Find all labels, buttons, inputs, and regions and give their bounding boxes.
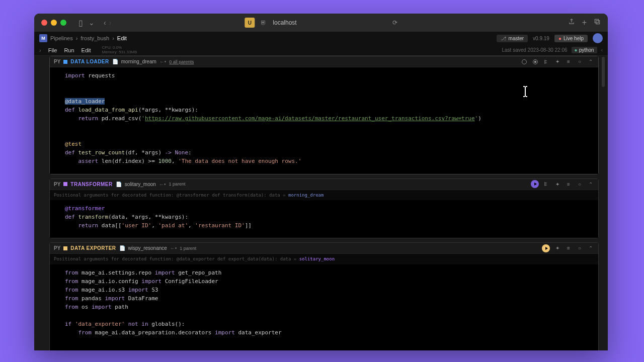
- sidebar-icon: ▯: [75, 19, 86, 27]
- avatar[interactable]: [593, 33, 603, 43]
- svg-point-2: [522, 59, 527, 64]
- privacy-icon[interactable]: ⛨: [260, 19, 268, 27]
- block-header: PY TRANSFORMER 📄 solitary_moon ←• 1 pare…: [50, 179, 598, 190]
- branch-pill[interactable]: ⎇master: [497, 35, 528, 42]
- tree-icon[interactable]: [543, 58, 550, 65]
- app-logo[interactable]: M: [39, 34, 47, 42]
- url-text[interactable]: localhost: [273, 19, 296, 26]
- code-editor[interactable]: import requests @data_loader def load_da…: [50, 67, 598, 174]
- more-icon[interactable]: ○: [576, 245, 583, 252]
- sidebar-expand-icon[interactable]: ›: [39, 47, 41, 53]
- sparkle-icon[interactable]: ✦: [554, 180, 561, 188]
- live-help-button[interactable]: ●Live help: [554, 35, 588, 42]
- scrollbar[interactable]: [602, 57, 605, 87]
- titlebar: ▯ ⌄ ‹ › U ⛨ localhost ⟳ +: [34, 14, 608, 32]
- breadcrumb-edit: Edit: [117, 35, 127, 41]
- collapse-icon[interactable]: ⌃: [587, 245, 594, 252]
- parent-arrow-icon: ←•: [170, 245, 177, 251]
- panel-toggle-icon[interactable]: ‹: [601, 47, 603, 53]
- resource-info: CPU: 0.0% Memory: 531.33MB: [102, 46, 137, 55]
- parents-link[interactable]: 0 all parents: [169, 59, 194, 64]
- more-icon[interactable]: ○: [576, 180, 583, 188]
- forward-button: ›: [109, 19, 112, 27]
- tree-icon[interactable]: [543, 180, 550, 188]
- parents-count[interactable]: 1 parent: [180, 246, 196, 251]
- block-name[interactable]: morning_dream: [121, 59, 156, 64]
- menubar: › File Run Edit CPU: 0.0% Memory: 531.33…: [34, 45, 608, 56]
- block-transformer[interactable]: PY TRANSFORMER 📄 solitary_moon ←• 1 pare…: [49, 178, 599, 239]
- more-icon[interactable]: ○: [576, 58, 583, 65]
- stop-icon[interactable]: [532, 58, 539, 65]
- sidebar-toggle-group[interactable]: ▯ ⌄: [75, 19, 95, 27]
- block-meta: Positional arguments for decorated funct…: [50, 190, 598, 201]
- block-lang: PY: [54, 245, 60, 251]
- block-color-icon: [63, 246, 67, 250]
- parent-arrow-icon: ←•: [159, 182, 166, 187]
- block-type: TRANSFORMER: [70, 182, 112, 187]
- block-type: DATA EXPORTER: [70, 245, 116, 251]
- menu-icon[interactable]: ≡: [565, 245, 572, 252]
- version-label: v0.9.19: [533, 36, 549, 41]
- block-header: PY DATA LOADER 📄 morning_dream ←• 0 all …: [50, 56, 598, 67]
- menu-icon[interactable]: ≡: [565, 58, 572, 65]
- menu-edit[interactable]: Edit: [82, 47, 91, 53]
- sparkle-icon[interactable]: ✦: [554, 245, 561, 252]
- block-meta: Positional arguments for decorated funct…: [50, 254, 598, 264]
- kernel-pill[interactable]: ●python: [572, 47, 597, 53]
- minimize-window[interactable]: [51, 20, 57, 26]
- parents-count[interactable]: 1 parent: [169, 182, 185, 187]
- code-editor[interactable]: @transformer def transform(data, *args, …: [50, 200, 598, 238]
- new-tab-icon[interactable]: +: [582, 18, 587, 27]
- maximize-window[interactable]: [60, 20, 66, 26]
- block-data-loader[interactable]: PY DATA LOADER 📄 morning_dream ←• 0 all …: [49, 56, 599, 174]
- parent-arrow-icon: ←•: [159, 59, 167, 64]
- circle-icon[interactable]: [521, 58, 528, 65]
- block-lang: PY: [54, 182, 60, 187]
- svg-rect-1: [596, 21, 600, 24]
- block-type: DATA LOADER: [70, 59, 109, 64]
- last-saved: Last saved 2023-08-30 22:06: [502, 47, 567, 53]
- block-name[interactable]: solitary_moon: [125, 182, 156, 187]
- code-editor[interactable]: from mage_ai.settings.repo import get_re…: [50, 264, 598, 350]
- block-header: PY DATA EXPORTER 📄 wispy_resonance ←• 1 …: [50, 243, 598, 254]
- editor-content: PY DATA LOADER 📄 morning_dream ←• 0 all …: [34, 56, 608, 350]
- file-icon: 📄: [112, 59, 118, 64]
- traffic-lights: [41, 20, 66, 26]
- file-icon: 📄: [116, 182, 122, 187]
- reload-icon[interactable]: ⟳: [392, 19, 397, 26]
- block-color-icon: [63, 60, 67, 64]
- sparkle-icon[interactable]: ✦: [554, 58, 561, 65]
- menu-icon[interactable]: ≡: [565, 180, 572, 188]
- svg-rect-0: [595, 19, 598, 23]
- block-color-icon: [63, 182, 67, 186]
- breadcrumb-pipelines[interactable]: Pipelines: [50, 35, 73, 41]
- chevron-down-icon: ⌄: [89, 19, 95, 27]
- browser-window: ▯ ⌄ ‹ › U ⛨ localhost ⟳ + M Pipelines › …: [34, 14, 608, 350]
- tabs-icon[interactable]: [594, 18, 601, 27]
- block-lang: PY: [54, 59, 60, 64]
- menu-run[interactable]: Run: [64, 47, 74, 53]
- block-data-exporter[interactable]: PY DATA EXPORTER 📄 wispy_resonance ←• 1 …: [49, 242, 599, 350]
- run-button[interactable]: [531, 180, 539, 188]
- collapse-icon[interactable]: ⌃: [587, 58, 594, 65]
- block-name[interactable]: wispy_resonance: [128, 245, 167, 251]
- svg-rect-4: [535, 61, 536, 62]
- back-button[interactable]: ‹: [104, 19, 106, 27]
- close-window[interactable]: [41, 20, 47, 26]
- tab-badge: U: [245, 18, 255, 28]
- share-icon[interactable]: [568, 18, 575, 27]
- breadcrumb-pipeline-name[interactable]: frosty_bush: [80, 35, 109, 41]
- collapse-icon[interactable]: ⌃: [587, 180, 594, 188]
- file-icon: 📄: [119, 245, 125, 251]
- menu-file[interactable]: File: [48, 47, 57, 53]
- app-header: M Pipelines › frosty_bush › Edit ⎇master…: [34, 32, 608, 45]
- run-button[interactable]: [542, 244, 550, 252]
